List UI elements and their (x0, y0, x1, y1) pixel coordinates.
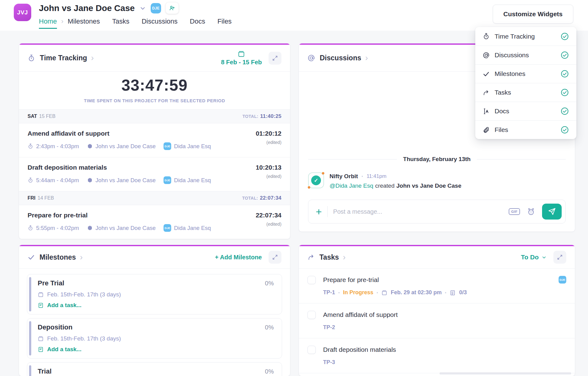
time-entry-user[interactable]: Dida Jane Esq (174, 225, 211, 231)
expand-widget-button[interactable] (269, 52, 281, 65)
tab-docs[interactable]: Docs (190, 17, 205, 28)
user-badge: DJE (164, 224, 171, 232)
time-entry-user[interactable]: Dida Jane Esq (174, 177, 211, 184)
milestone-card[interactable]: Pre Trial 0% Feb. 15th-Feb. 17th (3 days… (27, 274, 282, 314)
total-time: 33:47:59 (19, 76, 290, 94)
day-group-header: SAT15 FEB TOTAL:11:40:25 (19, 109, 290, 123)
circle-check-icon (560, 107, 569, 115)
curved-arrow-icon (483, 89, 490, 96)
widgets-menu-item-time-tracking[interactable]: Time Tracking (475, 27, 576, 46)
nifty-logo-icon: ✓ (311, 175, 321, 185)
widgets-menu-item-discussions[interactable]: Discussions (475, 46, 576, 64)
tab-discussions[interactable]: Discussions (141, 17, 177, 28)
tab-milestones[interactable]: Milestones (68, 17, 100, 28)
customize-widgets-menu: Time Tracking Discussions Milestones Tas… (475, 27, 576, 139)
widgets-menu-item-files[interactable]: Files (475, 120, 576, 139)
message-input[interactable] (333, 208, 503, 215)
paperclip-icon (483, 126, 490, 133)
widgets-menu-item-tasks[interactable]: Tasks (475, 83, 576, 102)
date-range-picker[interactable]: 8 Feb - 15 Feb (221, 50, 262, 66)
task-filter-dropdown[interactable]: To Do (521, 254, 547, 261)
message-action: created (375, 182, 394, 189)
curved-arrow-icon (307, 254, 315, 261)
user-mention-link[interactable]: @Dida Jane Esq (330, 182, 373, 189)
milestone-name: Trial (38, 367, 51, 375)
milestone-card[interactable]: Trial 0% (27, 362, 282, 376)
tab-tasks[interactable]: Tasks (112, 17, 129, 28)
chevron-down-icon[interactable] (139, 5, 146, 12)
time-entry-title: Draft deposition materials (28, 164, 211, 171)
expand-widget-button[interactable] (553, 251, 566, 264)
at-sign-icon (307, 54, 315, 62)
milestone-dates: Feb. 15th-Feb. 17th (3 days) (38, 291, 274, 298)
stopwatch-icon (483, 33, 490, 40)
timer-subtitle: TIME SPENT ON THIS PROJECT FOR THE SELEC… (19, 98, 290, 103)
milestone-progress: 0% (265, 324, 274, 331)
time-entry[interactable]: Draft deposition materials 5:44am - 4:04… (19, 157, 290, 191)
assignee-badge[interactable]: DJE (559, 276, 566, 284)
milestone-progress: 0% (265, 368, 274, 375)
add-member-button[interactable] (166, 2, 179, 14)
time-entry-duration: 22:07:34 (256, 212, 281, 219)
time-entry-project[interactable]: John vs Jane Doe Case (96, 225, 156, 231)
cube-icon (87, 143, 93, 149)
task-checkbox[interactable] (307, 346, 316, 354)
task-row[interactable]: Draft deposition materials TP-3 (299, 338, 575, 373)
widgets-menu-item-milestones[interactable]: Milestones (475, 64, 576, 83)
time-tracking-title-link[interactable]: Time Tracking › (28, 54, 94, 62)
milestones-title-link[interactable]: Milestones › (28, 253, 83, 261)
gif-button[interactable]: GIF (509, 208, 520, 215)
task-checkbox[interactable] (307, 276, 316, 284)
discussions-title-link[interactable]: Discussions › (307, 54, 368, 62)
note-icon (38, 302, 44, 308)
edited-label: (edited) (256, 140, 281, 145)
task-row[interactable]: Amend affidavit of support TP-2 (299, 303, 575, 338)
circle-check-icon (560, 126, 569, 134)
tasks-title-link[interactable]: Tasks › (307, 253, 346, 261)
cube-icon (87, 225, 93, 231)
tasks-widget: Tasks › To Do Prepare for pre-trial TP-1 (299, 245, 575, 376)
calendar-icon (38, 336, 44, 342)
tab-files[interactable]: Files (217, 17, 232, 28)
task-subtask-count: 0/3 (459, 289, 467, 296)
add-task-link[interactable]: Add a task... (38, 346, 274, 353)
time-entry[interactable]: Amend affidavit of support 2:43pm - 4:03… (19, 123, 290, 157)
stopwatch-icon (28, 54, 35, 62)
milestone-progress: 0% (265, 280, 274, 287)
time-entry-range: 2:43pm - 4:03pm (36, 143, 79, 150)
total-label: TOTAL: (243, 114, 258, 119)
milestones-header: Milestones › + Add Milestone (19, 245, 290, 269)
customize-widgets-button[interactable]: Customize Widgets (493, 5, 574, 24)
message-target: John vs Jane Doe Case (396, 182, 461, 189)
task-title: Draft deposition materials (323, 346, 566, 353)
at-sign-icon (483, 52, 490, 59)
calendar-icon (38, 291, 44, 298)
expand-widget-button[interactable] (269, 251, 281, 264)
member-badge[interactable]: DJE (151, 3, 161, 13)
widgets-menu-item-docs[interactable]: Docs (475, 102, 576, 120)
expand-icon (557, 254, 563, 260)
edited-label: (edited) (256, 222, 281, 227)
widget-title: Time Tracking (40, 54, 87, 62)
time-entry-project[interactable]: John vs Jane Doe Case (96, 177, 156, 184)
attach-plus-button[interactable]: + (316, 206, 322, 217)
day-date: 14 FEB (38, 195, 54, 201)
sticker-icon[interactable] (527, 207, 535, 216)
milestone-card[interactable]: Deposition 0% Feb. 15th-Feb. 17th (3 day… (27, 318, 282, 359)
user-badge: DJE (164, 142, 171, 150)
widget-title: Tasks (319, 253, 339, 261)
paper-plane-icon (548, 208, 556, 216)
time-entry-user[interactable]: Dida Jane Esq (174, 143, 211, 150)
task-row[interactable]: Prepare for pre-trial TP-1 In Progress F… (299, 269, 575, 303)
send-message-button[interactable] (542, 204, 562, 220)
expand-icon (272, 55, 278, 61)
time-entry-project[interactable]: John vs Jane Doe Case (96, 143, 156, 150)
add-milestone-button[interactable]: + Add Milestone (215, 254, 262, 261)
task-checkbox[interactable] (307, 311, 316, 319)
horizontal-scrollbar[interactable] (439, 372, 571, 374)
task-title: Amend affidavit of support (323, 311, 566, 318)
day-group-header: FRI14 FEB TOTAL:22:07:34 (19, 191, 290, 205)
time-entry[interactable]: Prepare for pre-trial 5:55pm - 4:02pm Jo… (19, 205, 290, 239)
add-task-link[interactable]: Add a task... (38, 302, 274, 309)
tab-home[interactable]: Home (39, 17, 57, 29)
